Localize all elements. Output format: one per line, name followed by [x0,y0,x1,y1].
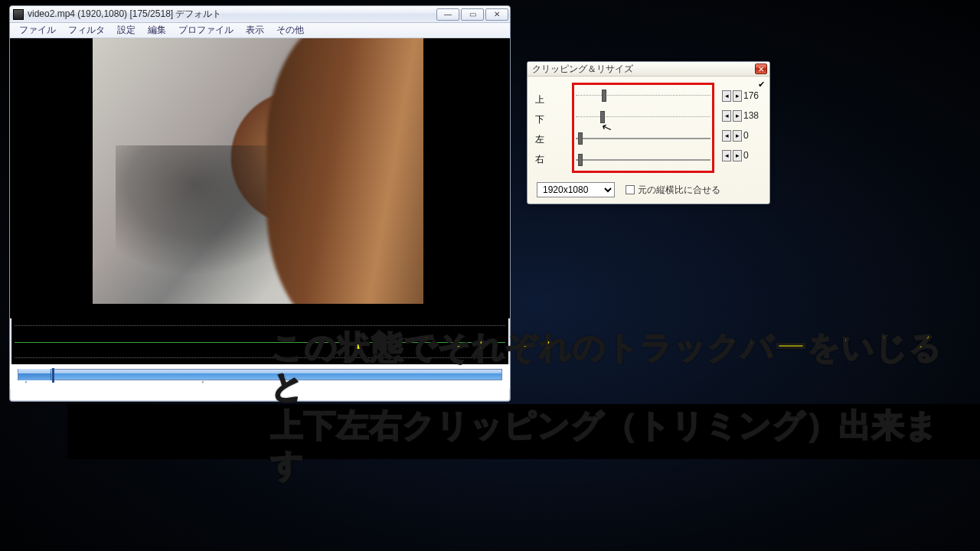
crop-bottom-increment[interactable]: ▸ [733,110,742,122]
crop-top-slider[interactable] [576,90,710,102]
slider-highlight-box [572,83,714,173]
crop-bottom-decrement[interactable]: ◂ [722,110,731,122]
crop-left-decrement[interactable]: ◂ [722,130,731,142]
crop-bottom-label: 下 [535,113,566,126]
crop-left-value: 0 [743,130,765,141]
crop-top-increment[interactable]: ▸ [733,90,742,102]
checkbox-icon [626,185,635,194]
crop-bottom-slider[interactable] [576,111,710,123]
letterbox-bar [67,404,980,459]
menu-file[interactable]: ファイル [15,22,60,38]
crop-left-label: 左 [535,133,566,146]
crop-bottom-value: 138 [743,110,765,121]
tick-mark: ' [25,380,27,389]
menu-edit[interactable]: 編集 [143,22,171,38]
crop-right-label: 右 [535,153,566,166]
dialog-title: クリッピング＆リサイズ [532,63,755,76]
clipping-resize-dialog: クリッピング＆リサイズ ✕ ✔ 上 ◂ ▸ 176 下 ◂ ▸ 138 左 ◂ … [527,61,770,204]
scrub-area: ' ' [10,364,510,389]
scrub-thumb[interactable] [52,368,54,383]
minimize-button[interactable]: — [436,8,459,21]
crop-right-increment[interactable]: ▸ [733,150,742,161]
titlebar[interactable]: video2.mp4 (1920,1080) [175/2518] デフォルト … [10,6,510,23]
crop-top-decrement[interactable]: ◂ [722,90,731,102]
crop-top-label: 上 [535,93,566,106]
menu-other[interactable]: その他 [272,22,309,38]
keep-aspect-checkbox[interactable]: 元の縦横比に合せる [626,184,720,197]
video-preview-area [10,38,510,318]
video-editor-window: video2.mp4 (1920,1080) [175/2518] デフォルト … [9,5,511,402]
dialog-close-button[interactable]: ✕ [755,64,767,74]
crop-right-slider[interactable] [576,154,710,166]
crop-right-decrement[interactable]: ◂ [722,150,731,161]
close-button[interactable]: ✕ [485,8,508,21]
menu-settings[interactable]: 設定 [113,22,140,38]
menubar: ファイル フィルタ 設定 編集 プロファイル 表示 その他 [10,23,510,38]
keep-aspect-label: 元の縦横比に合せる [638,184,720,197]
output-size-select[interactable]: 1920x1080 [537,182,615,197]
menu-view[interactable]: 表示 [241,22,269,38]
maximize-button[interactable]: ▭ [461,8,484,21]
menu-profile[interactable]: プロファイル [174,22,238,38]
crop-left-slider[interactable] [576,132,710,145]
window-title: video2.mp4 (1920,1080) [175/2518] デフォルト [28,8,436,21]
crop-right-value: 0 [743,150,765,161]
dialog-titlebar[interactable]: クリッピング＆リサイズ ✕ [528,62,769,77]
crop-top-value: 176 [743,90,765,101]
waveform-line [15,342,505,343]
crop-left-increment[interactable]: ▸ [733,130,742,142]
video-frame [93,38,423,304]
scrub-track[interactable] [18,369,502,380]
app-icon [13,9,24,20]
enable-checkbox[interactable]: ✔ [758,80,765,90]
waveform-area[interactable] [11,318,508,364]
menu-filter[interactable]: フィルタ [64,22,109,38]
tick-mark: ' [202,380,204,389]
